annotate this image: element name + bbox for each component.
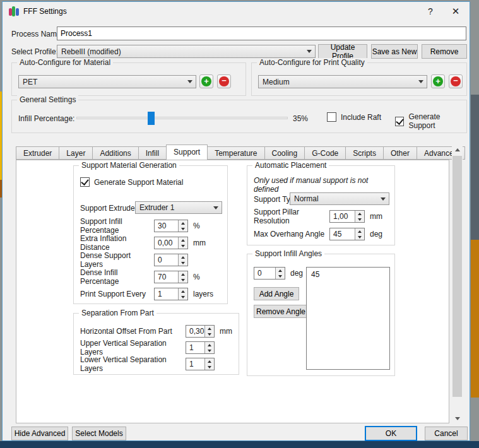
add-angle-button[interactable]: Add Angle <box>254 287 299 300</box>
checkbox[interactable] <box>80 177 90 187</box>
material-dropdown[interactable]: PET <box>18 75 196 88</box>
minus-icon: − <box>219 76 229 86</box>
remove-profile-button[interactable]: Remove <box>422 44 467 59</box>
close-icon[interactable]: ✕ <box>446 2 466 21</box>
setting-unit: mm <box>193 239 206 247</box>
support-type-dropdown[interactable]: Normal <box>290 192 389 205</box>
tab-layer[interactable]: Layer <box>59 146 93 160</box>
cancel-button[interactable]: Cancel <box>425 427 468 440</box>
horizontal-offset-spinbox[interactable]: 0,30 <box>186 325 215 338</box>
dense-infill-percentage-row: Dense Infill Percentage 70 % <box>80 271 225 283</box>
select-models-button[interactable]: Select Models <box>72 427 126 440</box>
checkbox[interactable] <box>327 112 336 122</box>
hide-advanced-button[interactable]: Hide Advanced <box>11 427 68 440</box>
support-extruder-dropdown[interactable]: Extruder 1 <box>135 201 222 214</box>
title-bar[interactable]: FFF Settings ? ✕ <box>3 2 470 21</box>
setting-unit: deg <box>290 269 303 278</box>
lower-vertical-separation-spinbox[interactable]: 1 <box>186 358 215 370</box>
support-infill-percentage-spinbox[interactable]: 30 <box>154 220 188 232</box>
tab-scripts[interactable]: Scripts <box>346 146 384 160</box>
list-item[interactable]: 45 <box>311 269 385 280</box>
update-profile-button[interactable]: Update Profile <box>318 44 367 59</box>
save-as-new-button[interactable]: Save as New <box>371 44 418 59</box>
tab-infill[interactable]: Infill <box>139 146 167 160</box>
support-infill-percentage-row: Support Infill Percentage 30 % <box>80 220 225 232</box>
group-title: General Settings <box>17 95 78 104</box>
tab-other[interactable]: Other <box>384 146 417 160</box>
spin-up-down-buttons[interactable] <box>355 211 364 222</box>
tab-additions[interactable]: Additions <box>93 146 138 160</box>
auto-configure-material-group: Auto-Configure for Material PET + − <box>11 62 246 96</box>
help-button[interactable]: ? <box>420 2 441 21</box>
spin-up-down-buttons[interactable] <box>178 271 187 283</box>
plus-icon: + <box>433 76 443 86</box>
general-settings-group: General Settings Infill Percentage: 35% … <box>11 100 467 133</box>
dense-support-layers-row: Dense Support Layers 0 <box>80 254 225 266</box>
include-raft-checkbox[interactable]: Include Raft <box>327 112 381 122</box>
minus-icon: − <box>451 76 461 86</box>
spin-up-down-buttons[interactable] <box>204 358 214 370</box>
add-quality-button[interactable]: + <box>431 74 445 88</box>
tab-extruder[interactable]: Extruder <box>16 146 59 160</box>
setting-label: Support Infill Percentage <box>80 217 154 235</box>
setting-label: Upper Vertical Separation Layers <box>80 339 186 357</box>
checkbox[interactable] <box>395 117 404 126</box>
infill-percentage-slider[interactable] <box>76 117 288 119</box>
generate-support-label: Generate Support <box>408 112 466 130</box>
spin-up-down-buttons[interactable] <box>355 228 364 240</box>
dense-support-layers-spinbox[interactable]: 0 <box>154 254 188 266</box>
infill-percentage-value: 35% <box>293 114 308 123</box>
spin-value: 45 <box>330 228 355 240</box>
process-name-input[interactable] <box>57 27 466 40</box>
tab-gcode[interactable]: G-Code <box>305 146 346 160</box>
quality-dropdown[interactable]: Medium <box>258 75 427 88</box>
scroll-down-icon[interactable] <box>452 414 463 423</box>
support-material-generation-group: Support Material Generation Generate Sup… <box>73 165 228 304</box>
remove-quality-button[interactable]: − <box>449 74 463 88</box>
generate-support-checkbox[interactable]: Generate Support <box>395 112 466 130</box>
slider-handle[interactable] <box>148 112 155 125</box>
generate-support-material-checkbox[interactable]: Generate Support Material <box>80 177 183 187</box>
dense-infill-percentage-spinbox[interactable]: 70 <box>154 271 188 283</box>
print-support-every-row: Print Support Every 1 layers <box>80 288 225 300</box>
horizontal-offset-row: Horizontal Offset From Part 0,30 mm <box>80 325 236 338</box>
spin-up-down-buttons[interactable] <box>178 254 187 266</box>
tab-support[interactable]: Support <box>166 144 208 160</box>
angle-spinbox[interactable]: 0 <box>254 267 285 280</box>
auto-configure-quality-group: Auto-Configure for Print Quality Medium … <box>251 62 467 96</box>
print-support-every-spinbox[interactable]: 1 <box>154 288 188 300</box>
add-material-button[interactable]: + <box>199 74 213 88</box>
setting-unit: deg <box>370 230 382 239</box>
support-extruder-value: Extruder 1 <box>136 203 210 212</box>
support-pillar-resolution-spinbox[interactable]: 1,00 <box>329 210 365 223</box>
ok-button[interactable]: OK <box>365 426 417 441</box>
process-name-label: Process Name: <box>11 30 63 38</box>
scrollbar-thumb[interactable] <box>452 156 462 397</box>
spin-up-down-buttons[interactable] <box>178 220 187 232</box>
setting-label: Extra Inflation Distance <box>80 234 154 252</box>
vertical-scrollbar[interactable] <box>452 145 463 423</box>
spin-up-down-buttons[interactable] <box>204 342 214 353</box>
tab-temperature[interactable]: Temperature <box>208 146 264 160</box>
profile-dropdown[interactable]: RebelII (modified) <box>57 45 316 58</box>
select-profile-label: Select Profile: <box>11 47 58 56</box>
spin-up-down-buttons[interactable] <box>178 288 187 300</box>
extra-inflation-distance-spinbox[interactable]: 0,00 <box>154 237 188 249</box>
spin-up-down-buttons[interactable] <box>204 326 214 337</box>
tab-cooling[interactable]: Cooling <box>265 146 305 160</box>
group-title: Support Material Generation <box>79 161 179 170</box>
plus-icon: + <box>201 76 211 86</box>
spin-up-down-buttons[interactable] <box>275 268 285 279</box>
spin-up-down-buttons[interactable] <box>178 237 187 249</box>
remove-angle-button[interactable]: Remove Angle <box>254 305 308 318</box>
material-value: PET <box>19 78 184 86</box>
angles-listbox[interactable]: 45 <box>306 267 390 370</box>
upper-vertical-separation-spinbox[interactable]: 1 <box>186 341 215 354</box>
max-overhang-angle-spinbox[interactable]: 45 <box>329 228 365 240</box>
scroll-up-icon[interactable] <box>452 145 463 155</box>
chevron-down-icon <box>304 50 315 53</box>
extra-inflation-distance-row: Extra Inflation Distance 0,00 mm <box>80 237 225 249</box>
setting-label: Max Overhang Angle <box>254 230 329 239</box>
spin-value: 1 <box>186 342 204 353</box>
remove-material-button[interactable]: − <box>217 74 231 88</box>
